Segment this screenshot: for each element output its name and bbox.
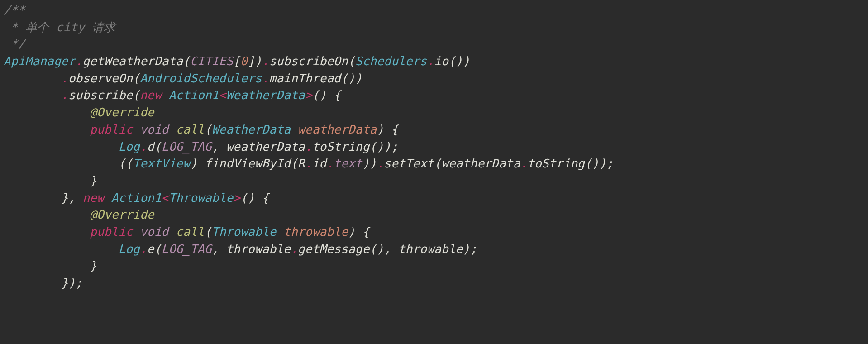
token-type: Action1 [111,191,162,205]
token-method: mainThread()) [269,72,362,85]
token-dot: > [305,88,312,102]
token-method [169,225,176,239]
token-method: subscribeOn( [269,54,355,68]
token-type: ApiManager [4,54,76,68]
token-dot: . [76,54,83,68]
token-type: Throwable [169,191,234,205]
code-line: @Override [4,105,154,119]
code-line: }, new Action1<Throwable>() { [4,191,269,205]
token-dot: . [427,54,434,68]
token-type: Action1 [169,88,219,102]
token-dot: . [305,140,312,153]
token-constant: CITIES [190,54,233,68]
token-number: 0 [240,54,248,68]
token-keyword: public [90,123,133,136]
token-type: WeatherData [226,88,305,102]
token-annotation: @Override [90,105,154,119]
token-method: () { [240,191,269,205]
token-type: Throwable [212,225,277,239]
token-dot: < [219,88,226,102]
token-method: ) findViewById(R [190,157,305,170]
token-keyword: new [82,191,104,205]
token-method: getWeatherData( [82,54,190,68]
token-type: WeatherData [212,123,291,136]
token-type: Log [119,140,140,153]
token-method: ( [205,123,212,136]
code-line: .subscribe(new Action1<WeatherData>() { [4,88,341,102]
token-comment: /** [4,3,25,17]
token-dot: . [305,157,312,170]
token-dot: < [162,191,169,205]
token-method: ) { [377,123,398,136]
token-dot: . [140,140,147,153]
token-method: , throwable [212,242,291,256]
code-line: public void call(Throwable throwable) { [4,225,370,239]
token-method: e( [147,242,162,256]
token-method: getMessage(), throwable); [298,242,477,256]
token-method: toString()); [527,157,613,170]
token-param: weatherData [298,123,377,136]
code-line: public void call(WeatherData weatherData… [4,123,398,136]
token-method: }); [61,276,83,290]
token-method: toString()); [312,140,398,153]
token-type: Log [119,242,140,256]
token-type: TextView [133,157,190,170]
token-method: ) { [348,225,370,239]
token-method [162,88,169,102]
token-dot: . [326,157,334,170]
code-line: } [4,174,97,187]
token-dot: > [233,191,240,205]
token-method: , weatherData [212,140,305,153]
token-dot: . [140,242,147,256]
token-dot: . [520,157,528,170]
token-method: subscribe( [68,88,140,102]
token-method: id [312,157,327,170]
token-keyword: new [140,88,162,102]
token-method: (( [119,157,133,170]
token-method [133,123,140,136]
token-method [104,191,111,205]
code-line: @Override [4,208,154,221]
code-line: */ [4,37,25,51]
code-line: ((TextView) findViewById(R.id.text)).set… [4,157,614,170]
token-method: observeOn( [68,72,140,85]
token-method: ]) [248,54,262,68]
token-method [291,123,298,136]
token-annotation: call [176,225,205,239]
code-line: /** [4,3,25,17]
token-method: d( [147,140,162,153]
token-param: throwable [283,225,348,239]
code-line: * 单个 city 请求 [4,20,115,34]
token-method: } [90,259,97,272]
code-line: Log.e(LOG_TAG, throwable.getMessage(), t… [4,242,477,256]
token-method: ( [205,225,212,239]
token-void: void [140,123,168,136]
token-method: }, [61,191,83,205]
token-comment: * 单个 city 请求 [4,20,115,34]
code-line: Log.d(LOG_TAG, weatherData.toString()); [4,140,398,153]
token-annotation: @Override [90,208,154,221]
token-dot: . [61,88,68,102]
token-type: AndroidSchedulers [140,72,262,85]
token-method [133,225,140,239]
token-method: } [90,174,97,187]
code-editor[interactable]: /** * 单个 city 请求 */ ApiManager.getWeathe… [0,0,868,296]
token-method: setText(weatherData [384,157,520,170]
token-dot: . [262,54,269,68]
token-method: [ [233,54,240,68]
token-method [169,123,176,136]
token-constant: text [334,157,362,170]
code-line: ApiManager.getWeatherData(CITIES[0]).sub… [4,54,470,68]
token-dot: . [377,157,384,170]
token-constant: LOG_TAG [162,242,212,256]
token-void: void [140,225,168,239]
token-dot: . [262,72,269,85]
code-line: } [4,259,97,272]
token-type: Schedulers [355,54,427,68]
token-method: io()) [434,54,470,68]
token-method: () { [312,88,341,102]
code-line: }); [4,276,82,290]
token-keyword: public [90,225,133,239]
token-dot: . [291,242,298,256]
token-method [276,225,283,239]
